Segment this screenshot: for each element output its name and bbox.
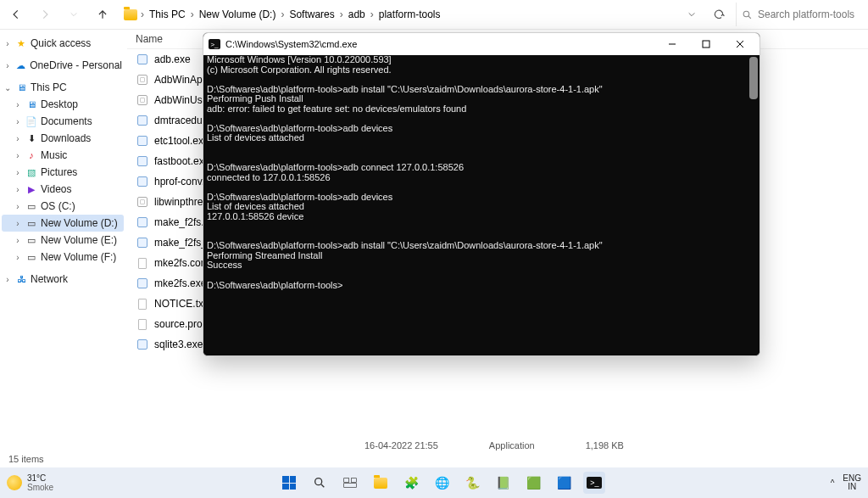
exe-file-icon [136, 114, 149, 127]
tree-pictures[interactable]: ›▧Pictures [2, 164, 124, 181]
breadcrumb[interactable]: › This PC › New Volume (D:) › Softwares … [120, 3, 675, 26]
taskbar-search[interactable] [309, 472, 331, 494]
forward-button[interactable] [34, 3, 56, 25]
task-view[interactable] [339, 472, 361, 494]
folder-icon: 📄 [25, 115, 37, 127]
dll-file-icon [136, 93, 149, 107]
chevron-right-icon: › [191, 8, 194, 20]
cmd-output[interactable]: Microsoft Windows [Version 10.0.22000.59… [203, 55, 760, 355]
tree-music[interactable]: ›♪Music [2, 147, 124, 164]
star-icon: ★ [15, 37, 27, 49]
file-name: fastboot.exe [154, 155, 209, 167]
file-name: mke2fs.conf [154, 257, 209, 269]
chevron-right-icon: › [370, 8, 374, 20]
drive-icon: ▭ [25, 251, 37, 263]
close-button[interactable] [726, 35, 754, 53]
status-bar: 15 items [0, 452, 868, 467]
chevron-right-icon: › [14, 117, 22, 126]
taskbar-tray[interactable]: ^ ENG IN [831, 474, 861, 492]
taskbar-app-4[interactable]: 📗 [492, 472, 514, 494]
tray-chevron-icon[interactable]: ^ [831, 478, 835, 488]
chevron-right-icon: › [281, 8, 284, 20]
taskbar-app-2[interactable]: 🌐 [431, 472, 453, 494]
svg-rect-2 [344, 478, 349, 483]
taskbar: 31°C Smoke 🧩 🌐 🐍 📗 🟩 🟦 >_ ^ ENG IN [0, 467, 868, 498]
tree-label: OneDrive - Personal [30, 59, 122, 71]
chevron-right-icon: › [14, 100, 22, 109]
back-button[interactable] [5, 3, 27, 25]
chevron-right-icon: › [141, 8, 144, 20]
file-name: NOTICE.txt [154, 298, 206, 310]
svg-point-0 [743, 11, 749, 17]
file-name: etc1tool.exe [154, 135, 209, 147]
sun-icon [7, 475, 22, 490]
taskbar-app-3[interactable]: 🐍 [461, 472, 483, 494]
taskbar-explorer[interactable] [370, 472, 392, 494]
tree-onedrive[interactable]: › ☁ OneDrive - Personal [2, 57, 124, 74]
recent-button[interactable] [63, 3, 85, 25]
start-button[interactable] [278, 472, 300, 494]
cloud-icon: ☁ [15, 59, 27, 71]
chevron-right-icon: › [14, 185, 22, 194]
crumb-platform-tools[interactable]: platform-tools [377, 7, 442, 22]
column-name[interactable]: Name [136, 33, 163, 45]
weather-cond: Smoke [27, 483, 53, 492]
tray-lang2[interactable]: IN [843, 483, 861, 492]
minimize-icon [668, 40, 676, 48]
taskbar-weather[interactable]: 31°C Smoke [7, 473, 53, 492]
crumb-adb[interactable]: adb [347, 7, 367, 22]
tree-this-pc[interactable]: ⌄ 🖥 This PC [2, 79, 124, 96]
svg-point-1 [315, 478, 322, 485]
crumb-drive-d[interactable]: New Volume (D:) [198, 7, 278, 22]
chevron-down-icon [70, 10, 78, 19]
exe-file-icon [136, 277, 149, 290]
refresh-button[interactable] [709, 4, 729, 25]
tree-label: Music [41, 149, 67, 161]
drive-icon: ▭ [25, 217, 37, 229]
tree-network[interactable]: ›🖧Network [2, 271, 124, 288]
maximize-button[interactable] [692, 35, 721, 53]
address-dropdown[interactable] [682, 4, 702, 25]
tree-nv-d[interactable]: ›▭New Volume (D:) [2, 215, 124, 232]
tree-downloads[interactable]: ›⬇Downloads [2, 130, 124, 147]
tree-desktop[interactable]: ›🖥Desktop [2, 96, 124, 113]
tree-os-c[interactable]: ›▭OS (C:) [2, 198, 124, 215]
search-icon [742, 9, 753, 20]
txt-file-icon [136, 256, 149, 270]
nav-tree: › ★ Quick access › ☁ OneDrive - Personal… [0, 30, 127, 452]
cmd-scrollbar[interactable] [749, 57, 758, 99]
tree-nv-f[interactable]: ›▭New Volume (F:) [2, 249, 124, 266]
search-icon [313, 476, 326, 490]
taskbar-cmd[interactable]: >_ [583, 472, 605, 494]
tree-documents[interactable]: ›📄Documents [2, 113, 124, 130]
chevron-down-icon: ⌄ [3, 83, 12, 92]
minimize-button[interactable] [658, 35, 687, 53]
tree-label: Quick access [31, 37, 91, 49]
crumb-softwares[interactable]: Softwares [287, 7, 336, 22]
taskbar-app-6[interactable]: 🟦 [553, 472, 575, 494]
exe-file-icon [136, 175, 149, 188]
refresh-icon [713, 8, 725, 20]
chevron-right-icon: › [14, 168, 22, 177]
taskbar-app-5[interactable]: 🟩 [522, 472, 544, 494]
crumb-this-pc[interactable]: This PC [147, 7, 187, 22]
taskbar-app-1[interactable]: 🧩 [400, 472, 422, 494]
chevron-right-icon: › [14, 253, 22, 262]
search-input[interactable]: Search platform-tools [736, 3, 863, 26]
tree-label: Desktop [41, 98, 78, 110]
cmd-icon: >_ [587, 477, 602, 489]
cmd-window[interactable]: >_ C:\Windows\System32\cmd.exe Microsoft… [203, 32, 760, 356]
svg-rect-3 [352, 478, 357, 483]
tree-label: Videos [41, 183, 71, 195]
tree-nv-e[interactable]: ›▭New Volume (E:) [2, 232, 124, 249]
tree-label: Documents [41, 115, 92, 127]
desktop-icon: 🖥 [25, 98, 37, 110]
tree-videos[interactable]: ›▶Videos [2, 181, 124, 198]
up-button[interactable] [92, 3, 114, 25]
cmd-titlebar[interactable]: >_ C:\Windows\System32\cmd.exe [203, 33, 760, 55]
tree-label: New Volume (F:) [41, 251, 116, 263]
chevron-right-icon: › [14, 236, 22, 245]
tree-label: Pictures [41, 166, 77, 178]
tree-quick-access[interactable]: › ★ Quick access [2, 35, 124, 52]
dll-file-icon [136, 195, 149, 209]
